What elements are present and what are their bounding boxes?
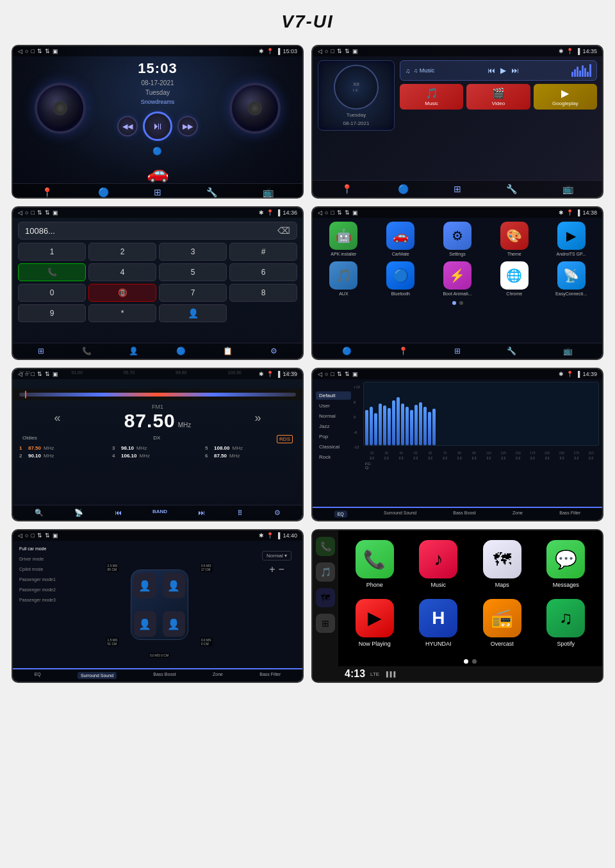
nav-set-4[interactable]: 🔧: [507, 347, 516, 356]
skip-back[interactable]: «: [54, 411, 61, 425]
key-8[interactable]: 8: [229, 284, 297, 302]
nav-bluetooth[interactable]: 🔵: [98, 187, 109, 197]
call-btn[interactable]: 📞: [18, 263, 86, 281]
preset-1[interactable]: 1 87.50 MHz: [19, 445, 110, 451]
app-theme[interactable]: 🎨 Theme: [488, 222, 540, 256]
tab-zone-s[interactable]: Zone: [213, 672, 223, 679]
app-aux[interactable]: 🎵 AUX: [318, 261, 370, 296]
nav-apps-4[interactable]: ⊞: [454, 347, 461, 356]
mode-passenger1[interactable]: Passenger mode1: [16, 575, 64, 584]
tab-bass-boost-s[interactable]: Bass Boost: [153, 672, 176, 679]
app-music[interactable]: 🎵 Music: [400, 84, 463, 110]
carplay-now-playing[interactable]: ▶ Now Playing: [345, 599, 405, 654]
delete-btn[interactable]: ⌫: [277, 225, 290, 236]
carplay-phone[interactable]: 📞 Phone: [345, 540, 405, 595]
app-carmate[interactable]: 🚗 CarMate: [375, 222, 427, 256]
key-6[interactable]: 6: [229, 263, 297, 281]
app-boot-anim[interactable]: ⚡ Boot Animati...: [432, 261, 484, 296]
nav-apps-3[interactable]: ⊞: [38, 347, 44, 356]
play-btn[interactable]: ⏯: [143, 111, 172, 141]
radio-scan[interactable]: 📡: [74, 509, 83, 517]
nav-location[interactable]: 📍: [42, 187, 53, 197]
key-3[interactable]: 3: [159, 243, 227, 261]
sidebar-phone-icon[interactable]: 📞: [316, 537, 335, 556]
carplay-overcast[interactable]: 📻 Overcast: [472, 599, 532, 654]
preset-default[interactable]: Default: [316, 391, 351, 400]
app-chrome[interactable]: 🌐 Chrome: [488, 261, 540, 296]
mode-passenger2[interactable]: Passenger mode2: [16, 585, 64, 594]
nav-doc-3[interactable]: 📋: [223, 347, 233, 356]
preset-user[interactable]: User: [316, 402, 351, 410]
app-apk[interactable]: 🤖 APK installer: [318, 222, 370, 256]
preset-rock[interactable]: Rock: [316, 453, 351, 461]
plus-btn[interactable]: +: [269, 564, 275, 575]
radio-band-btn[interactable]: BAND: [152, 509, 167, 517]
nav-contacts-3[interactable]: 👤: [129, 347, 138, 356]
tab-bass-boost[interactable]: Bass Boost: [453, 511, 475, 518]
key-star[interactable]: *: [88, 304, 156, 322]
prev-btn[interactable]: ◀◀: [117, 116, 138, 136]
preset-6[interactable]: 6 87.50 MHz: [205, 453, 296, 459]
mode-passenger3[interactable]: Passenger mode3: [16, 596, 64, 604]
nav-apps[interactable]: ⊞: [154, 187, 161, 197]
radio-eq[interactable]: 🎚: [236, 509, 243, 517]
nav-med-2[interactable]: 📺: [562, 184, 573, 194]
music-control-bar[interactable]: ♫ ♫ Music ⏮ ▶ ⏭: [400, 60, 597, 81]
radio-settings[interactable]: ⚙: [274, 509, 281, 517]
music-prev[interactable]: ⏮: [488, 66, 495, 75]
carplay-hyundai[interactable]: H HYUNDAI: [409, 599, 469, 654]
tab-surround[interactable]: Surround Sound: [384, 511, 416, 518]
radio-next[interactable]: ⏭: [198, 509, 205, 517]
tab-eq-s[interactable]: EQ: [35, 672, 41, 679]
key-0[interactable]: 0: [18, 284, 86, 302]
tab-zone[interactable]: Zone: [512, 511, 523, 518]
tab-surround-s[interactable]: Surround Sound: [78, 672, 117, 679]
skip-fwd[interactable]: »: [254, 411, 261, 425]
normal-dropdown[interactable]: Normal ▾: [262, 551, 291, 561]
app-googleplay[interactable]: ▶ Googleplay: [534, 84, 597, 110]
carplay-spotify[interactable]: ♫ Spotify: [536, 599, 596, 654]
key-2[interactable]: 2: [88, 243, 156, 261]
nav-bt-3[interactable]: 🔵: [176, 347, 186, 356]
sidebar-apps-icon[interactable]: ⊞: [316, 614, 335, 633]
music-play[interactable]: ▶: [500, 66, 506, 75]
key-4[interactable]: 4: [88, 263, 156, 281]
sidebar-music-icon[interactable]: 🎵: [316, 562, 335, 582]
app-video[interactable]: 🎬 Video: [466, 84, 530, 110]
nav-media[interactable]: 📺: [263, 187, 274, 197]
tab-eq[interactable]: EQ: [334, 511, 347, 518]
tab-bass-filter[interactable]: Bass Filter: [559, 511, 580, 518]
preset-2[interactable]: 2 90.10 MHz: [19, 453, 110, 459]
preset-jazz[interactable]: Jazz: [316, 422, 351, 430]
key-hash[interactable]: #: [229, 243, 297, 261]
mode-full-car[interactable]: Full car mode: [16, 545, 64, 553]
key-7[interactable]: 7: [159, 284, 227, 302]
preset-3[interactable]: 3 98.10 MHz: [112, 445, 203, 451]
next-btn[interactable]: ▶▶: [177, 116, 198, 136]
nav-loc-4[interactable]: 📍: [398, 347, 408, 356]
app-bluetooth[interactable]: 🔵 Bluetooth: [375, 261, 427, 296]
nav-apps-2[interactable]: ⊞: [454, 184, 461, 194]
nav-location-2[interactable]: 📍: [341, 184, 352, 194]
app-androids[interactable]: ▶ AndroiTS GP...: [545, 222, 597, 256]
key-5[interactable]: 5: [159, 263, 227, 281]
nav-med-4[interactable]: 📺: [563, 347, 573, 356]
carplay-music[interactable]: ♪ Music: [409, 540, 469, 595]
mode-driver[interactable]: Driver mode: [16, 555, 64, 563]
preset-classical[interactable]: Classical: [316, 443, 351, 451]
preset-pop[interactable]: Pop: [316, 432, 351, 441]
contacts-btn[interactable]: 👤: [159, 304, 227, 322]
nav-settings[interactable]: 🔧: [206, 187, 217, 197]
radio-prev[interactable]: ⏮: [115, 509, 122, 517]
key-9[interactable]: 9: [18, 304, 86, 322]
carplay-messages[interactable]: 💬 Messages: [536, 540, 596, 595]
nav-call-3[interactable]: 📞: [82, 347, 92, 356]
nav-bt-2[interactable]: 🔵: [398, 184, 409, 194]
app-settings[interactable]: ⚙ Settings: [432, 222, 484, 256]
preset-4[interactable]: 4 106.10 MHz: [112, 453, 203, 459]
preset-5[interactable]: 5 108.00 MHz: [205, 445, 296, 451]
minus-btn[interactable]: −: [279, 564, 284, 575]
mode-cpilot[interactable]: Cpilot mode: [16, 565, 64, 573]
sidebar-maps-icon[interactable]: 🗺: [316, 588, 335, 607]
end-call-btn[interactable]: 📵: [88, 284, 156, 302]
